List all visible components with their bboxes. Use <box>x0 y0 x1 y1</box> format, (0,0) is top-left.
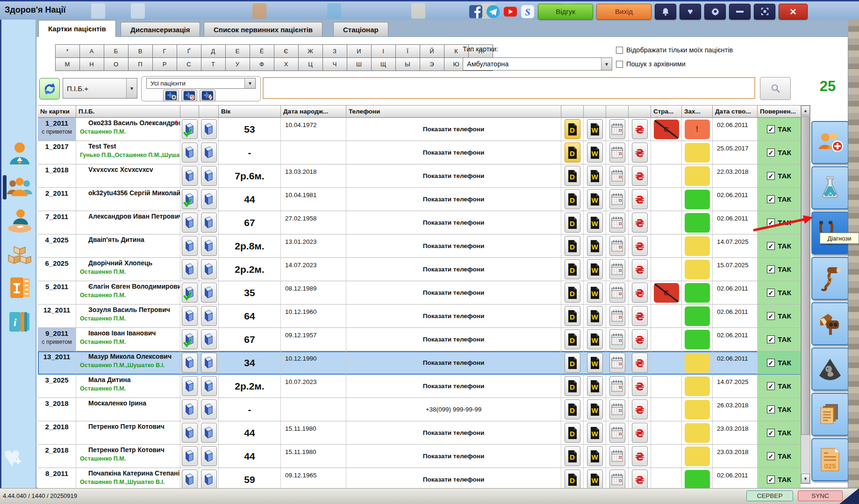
patient-row[interactable]: 3_2018Москаленко Ірина-+38(099) 999-99-9… <box>38 398 801 421</box>
alphabet-button[interactable]: Ж <box>298 44 323 58</box>
vertical-scrollbar[interactable]: ▲ ▼ <box>801 105 810 484</box>
calendar-button[interactable] <box>609 166 625 186</box>
d-document-button[interactable]: D <box>565 353 580 373</box>
d-document-button[interactable]: D <box>565 376 580 396</box>
patient-row[interactable]: 5_2011Єлагін Євген ВолодимировичОсташенк… <box>38 281 801 305</box>
payments-button[interactable]: ₴ <box>632 469 648 490</box>
open-card-button[interactable] <box>182 399 198 419</box>
close-icon[interactable]: × <box>779 4 808 20</box>
tab-dispensary[interactable]: Диспансеризація <box>121 22 200 36</box>
returned-checkbox[interactable]: ✓ <box>767 359 775 367</box>
calendar-button[interactable] <box>609 376 625 396</box>
payments-button[interactable]: ₴ <box>632 329 648 349</box>
returned-checkbox[interactable]: ✓ <box>767 312 775 320</box>
alphabet-button[interactable]: У <box>225 57 250 71</box>
patient-row[interactable]: 12_2011Зозуля Василь ПетровичОсташенко П… <box>38 305 801 328</box>
payments-button[interactable]: ₴ <box>632 283 648 303</box>
alphabet-button[interactable]: В <box>128 44 153 58</box>
header-age[interactable]: Вік <box>219 105 281 118</box>
d-document-button[interactable]: D <box>565 213 580 233</box>
header-name[interactable]: П.І.Б. <box>76 105 180 118</box>
show-phones-button[interactable]: Показати телефони <box>346 351 561 374</box>
patient-row[interactable]: 3_2025Мала ДитинаОсташенко П.М.2р.2м.10.… <box>38 375 801 398</box>
alphabet-button[interactable]: Э <box>420 57 444 71</box>
d-document-button[interactable]: D <box>565 236 580 256</box>
w-document-button[interactable]: W <box>587 283 603 303</box>
maximize-icon[interactable] <box>754 4 775 20</box>
alphabet-button[interactable]: С <box>177 57 201 71</box>
alphabet-button[interactable]: Т <box>201 57 226 71</box>
show-phones-button[interactable]: Показати телефони <box>346 445 561 468</box>
w-document-button[interactable]: W <box>587 236 603 256</box>
only-my-patients-checkbox[interactable]: Відображати тільки моїх пацієнтів <box>616 46 733 54</box>
payments-button[interactable]: ₴ <box>632 236 648 256</box>
returned-checkbox[interactable]: ✓ <box>767 149 775 156</box>
edit-card-button[interactable] <box>201 142 217 163</box>
alphabet-button[interactable]: Ї <box>395 44 420 58</box>
calendar-button[interactable] <box>609 399 625 419</box>
payments-button[interactable]: ₴ <box>632 353 648 373</box>
calendar-button[interactable] <box>609 423 625 443</box>
show-phones-button[interactable]: Показати телефони <box>346 258 561 281</box>
facebook-icon[interactable] <box>469 5 483 19</box>
edit-card-button[interactable] <box>201 213 217 233</box>
show-phones-button[interactable]: Показати телефони <box>346 188 561 211</box>
d-document-button[interactable]: D <box>565 119 580 139</box>
header-visit[interactable]: Зах... <box>682 105 713 118</box>
alphabet-button[interactable]: З <box>322 44 347 58</box>
patient-row[interactable]: 7_2011Александров Иван Петрович6727.02.1… <box>38 211 801 234</box>
header-card-no[interactable]: № картки <box>38 105 76 118</box>
scroll-up-icon[interactable]: ▲ <box>801 106 810 115</box>
patient-row[interactable]: 2_2018Петренко Петр КотовичОсташенко П.М… <box>38 445 801 468</box>
patient-scope-select[interactable]: Усі пацієнти ▼ <box>146 78 256 89</box>
patient-row[interactable]: 13_2011Мазур Микола ОлексовичОсташенко П… <box>38 351 801 375</box>
tab-inpatient[interactable]: Стаціонар <box>333 22 388 36</box>
edit-card-button[interactable] <box>201 119 217 139</box>
show-phones-button[interactable]: Показати телефони <box>346 421 561 444</box>
alphabet-button[interactable]: * <box>55 44 80 58</box>
w-document-button[interactable]: W <box>587 399 603 419</box>
minimize-icon[interactable] <box>729 4 751 20</box>
open-card-button[interactable] <box>182 469 198 490</box>
w-document-button[interactable]: W <box>587 213 603 233</box>
alphabet-button[interactable]: М <box>55 57 80 71</box>
patient-row[interactable]: 9_2011с приветомІванов Іван ІвановичОста… <box>38 328 801 351</box>
header-insurance[interactable]: Стра... <box>651 105 682 118</box>
tab-primary-patients[interactable]: Список первинних пацієнтів <box>204 22 322 36</box>
sidebar-patients-group-icon[interactable] <box>7 174 33 200</box>
alphabet-button[interactable]: Ё <box>250 44 274 58</box>
w-document-button[interactable]: W <box>587 469 603 490</box>
calendar-button[interactable] <box>609 353 625 373</box>
returned-checkbox[interactable]: ✓ <box>767 289 775 297</box>
alphabet-button[interactable]: Ц <box>298 57 323 71</box>
alphabet-button[interactable]: О <box>104 57 129 71</box>
returned-checkbox[interactable]: ✓ <box>767 242 775 250</box>
calendar-button[interactable] <box>609 329 625 349</box>
alphabet-button[interactable]: Н <box>79 57 104 71</box>
open-card-button[interactable] <box>182 166 198 186</box>
header-phones[interactable]: Телефони <box>346 105 561 118</box>
edit-card-button[interactable] <box>201 259 217 279</box>
w-document-button[interactable]: W <box>587 259 603 279</box>
alphabet-button[interactable]: И <box>347 44 372 58</box>
d-document-button[interactable]: D <box>565 329 580 349</box>
alphabet-button[interactable]: Г <box>152 44 177 58</box>
w-document-button[interactable]: W <box>587 189 603 209</box>
calendar-button[interactable] <box>609 236 625 256</box>
search-button[interactable] <box>760 77 791 100</box>
form-025-button[interactable]: 025 <box>811 438 849 481</box>
show-phones-button[interactable]: Показати телефони <box>346 328 561 351</box>
sidebar-doctor-icon[interactable] <box>7 140 33 166</box>
gear-icon[interactable] <box>704 4 726 20</box>
alphabet-button[interactable]: Ш <box>347 57 372 71</box>
show-phones-button[interactable]: Показати телефони <box>346 305 561 327</box>
returned-checkbox[interactable]: ✓ <box>767 172 775 180</box>
returned-checkbox[interactable]: ✓ <box>767 452 775 460</box>
w-document-button[interactable]: W <box>587 446 603 466</box>
search-field-select[interactable]: П.І.Б.+ ▼ <box>63 78 137 99</box>
d-document-button[interactable]: D <box>565 446 580 466</box>
alphabet-button[interactable]: Щ <box>371 57 396 71</box>
payments-button[interactable]: ₴ <box>632 119 648 139</box>
d-document-button[interactable]: D <box>565 259 580 279</box>
youtube-icon[interactable] <box>503 5 517 19</box>
